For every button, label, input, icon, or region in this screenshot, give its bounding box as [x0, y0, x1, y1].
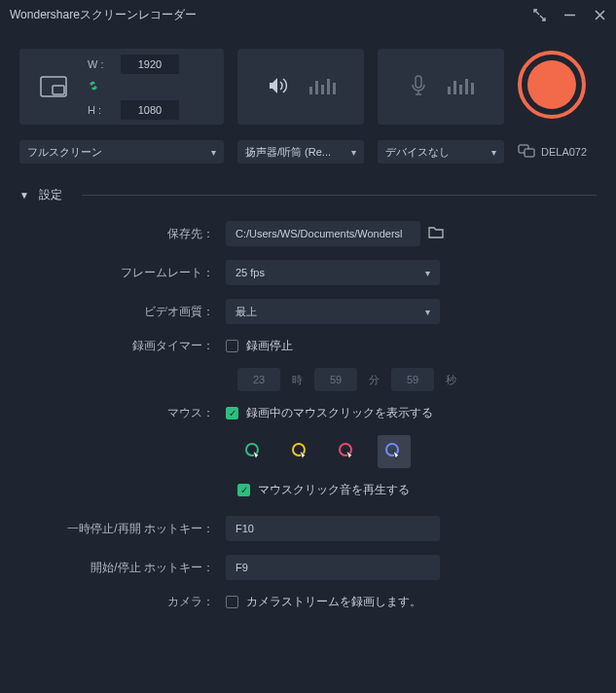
record-button-inner: [527, 60, 576, 109]
camera-record-label: カメラストリームを録画します。: [246, 594, 421, 610]
timer-minutes-unit: 分: [369, 373, 380, 387]
quality-label: ビデオ画質：: [29, 304, 214, 320]
screen-mode-value: フルスクリーン: [27, 145, 102, 160]
window-controls: [533, 9, 606, 21]
width-input[interactable]: [121, 55, 179, 74]
speaker-icon: [267, 75, 290, 99]
link-aspect-icon[interactable]: [88, 80, 99, 94]
output-device: DELA072: [518, 144, 587, 160]
svg-rect-3: [416, 76, 421, 88]
timer-inputs: 時 分 秒: [237, 368, 587, 391]
microphone-icon: [409, 74, 428, 100]
chevron-down-icon: ▾: [351, 147, 356, 158]
system-audio-panel[interactable]: [237, 49, 364, 125]
svg-rect-2: [53, 86, 64, 94]
audio-level-icon: [309, 79, 336, 94]
titlebar: Wondershareスクリーンレコーダー: [0, 0, 616, 29]
click-color-options: [237, 435, 587, 468]
click-color-option[interactable]: [237, 435, 271, 468]
chevron-down-icon: ▾: [491, 147, 496, 158]
camera-record-checkbox[interactable]: [226, 596, 238, 608]
timer-label: 録画タイマー：: [29, 338, 214, 354]
quality-select[interactable]: 最上 ▾: [226, 299, 440, 324]
pause-hotkey-input[interactable]: [226, 516, 440, 541]
divider: [82, 195, 597, 196]
folder-icon[interactable]: [428, 226, 444, 241]
timer-hours-input[interactable]: [237, 368, 280, 391]
expand-icon[interactable]: [533, 9, 546, 21]
settings-label: 設定: [39, 187, 62, 203]
mic-level-icon: [448, 79, 474, 94]
collapse-caret-icon: ▼: [19, 190, 29, 201]
timer-seconds-input[interactable]: [391, 368, 434, 391]
svg-rect-5: [525, 149, 534, 157]
click-sound-label: マウスクリック音を再生する: [258, 482, 410, 498]
quality-value: 最上: [236, 305, 257, 319]
screen-region-icon[interactable]: [19, 76, 88, 97]
pause-hotkey-label: 一時停止/再開 ホットキー：: [29, 521, 214, 537]
timer-seconds-unit: 秒: [446, 373, 456, 387]
chevron-down-icon: ▾: [425, 307, 430, 317]
click-color-option[interactable]: [284, 435, 317, 468]
height-input[interactable]: [121, 100, 179, 120]
dimension-inputs: W : H :: [88, 55, 189, 120]
width-label: W :: [88, 58, 113, 70]
start-hotkey-input[interactable]: [226, 555, 440, 580]
timer-minutes-input[interactable]: [314, 368, 357, 391]
monitors-icon: [518, 144, 535, 160]
height-label: H :: [88, 104, 113, 116]
mouse-label: マウス：: [29, 405, 214, 421]
save-path-input[interactable]: [226, 221, 420, 246]
start-hotkey-label: 開始/停止 ホットキー：: [29, 560, 214, 576]
chevron-down-icon: ▾: [425, 268, 430, 278]
record-button[interactable]: [518, 51, 586, 119]
microphone-panel[interactable]: [378, 49, 504, 125]
show-clicks-label: 録画中のマウスクリックを表示する: [246, 405, 433, 421]
camera-label: カメラ：: [29, 594, 214, 610]
minimize-icon[interactable]: [563, 9, 576, 21]
click-color-option[interactable]: [331, 435, 364, 468]
close-icon[interactable]: [594, 9, 606, 21]
settings-form: 保存先： フレームレート： 25 fps ▾ ビデオ画質： 最上 ▾ 録画タイマ…: [0, 211, 616, 634]
microphone-select[interactable]: デバイスなし ▾: [378, 140, 504, 164]
select-row: フルスクリーン ▾ 扬声器/听筒 (Re... ▾ デバイスなし ▾ DELA0…: [0, 132, 616, 167]
framerate-select[interactable]: 25 fps ▾: [226, 260, 440, 285]
screen-panel: W : H :: [19, 49, 224, 125]
system-audio-value: 扬声器/听筒 (Re...: [245, 145, 331, 160]
settings-header[interactable]: ▼ 設定: [0, 167, 616, 211]
click-sound-checkbox[interactable]: [237, 484, 250, 496]
timer-hours-unit: 時: [292, 373, 303, 387]
capture-panels: W : H :: [0, 29, 616, 132]
window-title: Wondershareスクリーンレコーダー: [10, 7, 197, 23]
save-path-label: 保存先：: [29, 226, 214, 242]
system-audio-select[interactable]: 扬声器/听筒 (Re... ▾: [237, 140, 364, 164]
chevron-down-icon: ▾: [211, 147, 216, 158]
framerate-value: 25 fps: [236, 267, 265, 278]
microphone-value: デバイスなし: [385, 145, 450, 160]
device-name: DELA072: [541, 146, 587, 158]
show-clicks-checkbox[interactable]: [226, 407, 238, 419]
timer-stop-label: 録画停止: [246, 338, 293, 354]
timer-stop-checkbox[interactable]: [226, 340, 238, 352]
click-color-option[interactable]: [378, 435, 411, 468]
screen-mode-select[interactable]: フルスクリーン ▾: [19, 140, 224, 164]
framerate-label: フレームレート：: [29, 265, 214, 281]
